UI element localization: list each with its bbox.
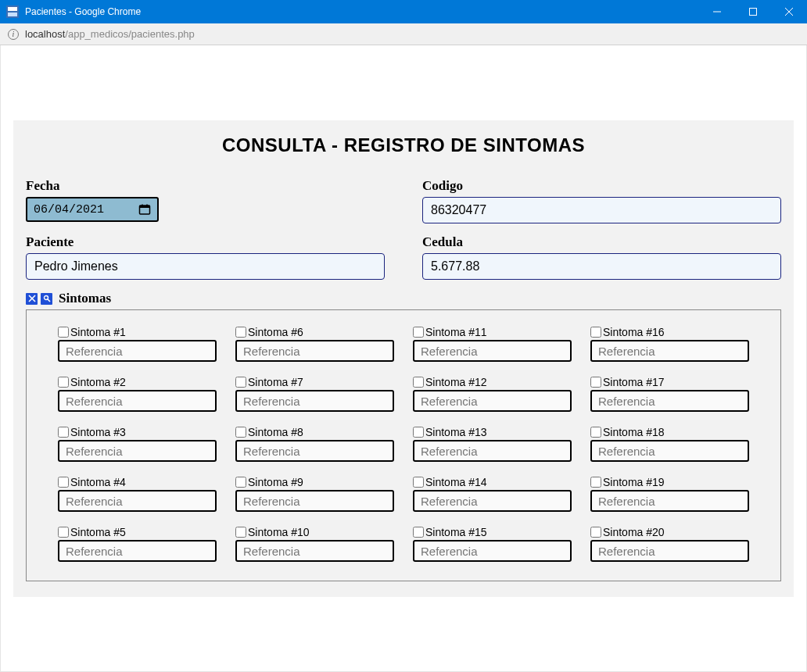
sintoma-reference-input[interactable] [413,440,572,462]
sintoma-checkbox[interactable] [590,427,601,438]
page-title: CONSULTA - REGISTRO DE SINTOMAS [21,134,786,156]
minimize-button[interactable] [699,0,735,23]
fecha-input[interactable]: 06/04/2021 [26,197,159,222]
sintoma-reference-input[interactable] [413,390,572,412]
sintoma-item: Sintoma #6 [235,326,394,362]
sintoma-check-row[interactable]: Sintoma #4 [58,476,217,488]
sintoma-reference-input[interactable] [235,340,394,362]
sintoma-checkbox[interactable] [590,377,601,388]
paciente-input[interactable] [26,253,385,280]
sintoma-check-row[interactable]: Sintoma #19 [590,476,749,488]
close-section-icon[interactable] [26,293,38,305]
sintoma-reference-input[interactable] [590,440,749,462]
sintoma-reference-input[interactable] [413,490,572,512]
sintoma-item: Sintoma #9 [235,476,394,512]
sintoma-label: Sintoma #7 [248,376,303,388]
browser-viewport: CONSULTA - REGISTRO DE SINTOMAS Fecha 06… [0,45,807,672]
sintoma-check-row[interactable]: Sintoma #16 [590,326,749,338]
sintoma-checkbox[interactable] [413,327,424,338]
sintoma-checkbox[interactable] [413,477,424,488]
sintoma-check-row[interactable]: Sintoma #6 [235,326,394,338]
sintoma-item: Sintoma #1 [58,326,217,362]
sintoma-checkbox[interactable] [58,477,69,488]
search-section-icon[interactable] [41,293,52,305]
sintoma-reference-input[interactable] [590,540,749,562]
url-path: /app_medicos/pacientes.php [65,28,195,40]
sintoma-check-row[interactable]: Sintoma #7 [235,376,394,388]
sintoma-reference-input[interactable] [590,490,749,512]
sintoma-check-row[interactable]: Sintoma #12 [413,376,572,388]
sintoma-checkbox[interactable] [413,527,424,538]
sintoma-checkbox[interactable] [413,377,424,388]
sintoma-checkbox[interactable] [58,427,69,438]
sintoma-label: Sintoma #8 [248,426,303,438]
window-titlebar: Pacientes - Google Chrome [0,0,807,23]
sintoma-label: Sintoma #10 [248,526,310,538]
sintoma-check-row[interactable]: Sintoma #2 [58,376,217,388]
sintoma-label: Sintoma #19 [603,476,665,488]
sintomas-box: Sintoma #1Sintoma #6Sintoma #11Sintoma #… [26,309,781,581]
sintoma-label: Sintoma #18 [603,426,665,438]
codigo-input[interactable] [422,197,781,223]
sintoma-check-row[interactable]: Sintoma #18 [590,426,749,438]
field-paciente: Paciente [26,234,385,280]
sintoma-reference-input[interactable] [235,540,394,562]
sintoma-checkbox[interactable] [590,527,601,538]
sintoma-check-row[interactable]: Sintoma #5 [58,526,217,538]
sintoma-checkbox[interactable] [58,327,69,338]
sintoma-check-row[interactable]: Sintoma #9 [235,476,394,488]
url-host: localhost [25,28,65,40]
close-button[interactable] [771,0,807,23]
page-panel: CONSULTA - REGISTRO DE SINTOMAS Fecha 06… [13,120,794,597]
calendar-icon[interactable] [138,203,151,216]
sintoma-item: Sintoma #19 [590,476,749,512]
sintoma-check-row[interactable]: Sintoma #8 [235,426,394,438]
fecha-value: 06/04/2021 [34,203,104,216]
sintoma-reference-input[interactable] [413,340,572,362]
sintoma-checkbox[interactable] [235,527,246,538]
sintoma-check-row[interactable]: Sintoma #15 [413,526,572,538]
sintoma-reference-input[interactable] [58,540,217,562]
sintoma-check-row[interactable]: Sintoma #17 [590,376,749,388]
sintoma-reference-input[interactable] [58,340,217,362]
sintoma-label: Sintoma #1 [70,326,126,338]
cedula-input[interactable] [422,253,781,280]
svg-point-13 [44,296,48,300]
sintoma-label: Sintoma #20 [603,526,665,538]
sintoma-item: Sintoma #16 [590,326,749,362]
sintoma-reference-input[interactable] [235,440,394,462]
sintoma-checkbox[interactable] [235,327,246,338]
sintoma-checkbox[interactable] [413,427,424,438]
sintoma-reference-input[interactable] [58,390,217,412]
sintoma-reference-input[interactable] [58,440,217,462]
sintoma-reference-input[interactable] [235,490,394,512]
sintoma-checkbox[interactable] [235,377,246,388]
sintoma-checkbox[interactable] [235,427,246,438]
sintoma-checkbox[interactable] [58,377,69,388]
sintomas-title: Sintomas [59,291,111,306]
sintoma-checkbox[interactable] [58,527,69,538]
sintoma-reference-input[interactable] [58,490,217,512]
sintoma-check-row[interactable]: Sintoma #20 [590,526,749,538]
sintoma-check-row[interactable]: Sintoma #3 [58,426,217,438]
sintoma-reference-input[interactable] [590,390,749,412]
site-info-icon[interactable]: i [8,29,19,40]
sintoma-check-row[interactable]: Sintoma #13 [413,426,572,438]
maximize-button[interactable] [735,0,771,23]
sintoma-item: Sintoma #10 [235,526,394,562]
sintoma-check-row[interactable]: Sintoma #10 [235,526,394,538]
sintoma-check-row[interactable]: Sintoma #11 [413,326,572,338]
sintoma-check-row[interactable]: Sintoma #14 [413,476,572,488]
sintoma-check-row[interactable]: Sintoma #1 [58,326,217,338]
sintoma-checkbox[interactable] [235,477,246,488]
address-bar[interactable]: i localhost/app_medicos/pacientes.php [0,23,807,45]
svg-rect-1 [8,7,17,11]
svg-line-14 [48,299,50,302]
sintoma-checkbox[interactable] [590,477,601,488]
sintoma-checkbox[interactable] [590,327,601,338]
sintoma-reference-input[interactable] [413,540,572,562]
sintoma-reference-input[interactable] [590,340,749,362]
sintoma-label: Sintoma #15 [425,526,487,538]
sintoma-reference-input[interactable] [235,390,394,412]
sintoma-label: Sintoma #6 [248,326,303,338]
